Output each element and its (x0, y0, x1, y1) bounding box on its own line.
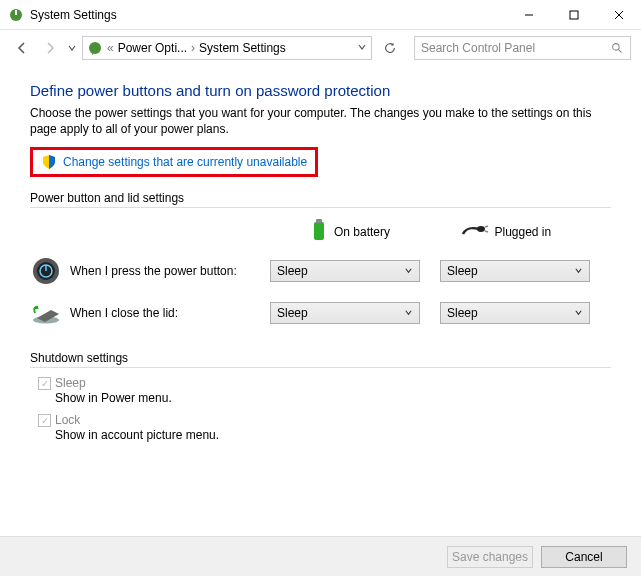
breadcrumb[interactable]: « Power Opti... › System Settings (82, 36, 372, 60)
section-shutdown: Shutdown settings (30, 351, 611, 365)
svg-line-12 (485, 226, 488, 227)
select-value: Sleep (277, 264, 404, 278)
power-button-plugged-select[interactable]: Sleep (440, 260, 590, 282)
forward-button[interactable] (38, 36, 62, 60)
divider (30, 367, 611, 368)
close-lid-plugged-select[interactable]: Sleep (440, 302, 590, 324)
select-value: Sleep (447, 264, 574, 278)
col-on-battery: On battery (310, 218, 461, 245)
svg-rect-9 (314, 222, 324, 240)
laptop-lid-icon (30, 297, 62, 329)
column-headers: On battery Plugged in (30, 218, 611, 245)
svg-point-11 (477, 226, 485, 232)
navbar: « Power Opti... › System Settings Search… (0, 30, 641, 66)
shutdown-sleep-option: Sleep Show in Power menu. (38, 376, 611, 405)
checkbox-sublabel: Show in account picture menu. (55, 428, 219, 442)
lock-checkbox[interactable] (38, 414, 51, 427)
row-close-lid: When I close the lid: Sleep Sleep (30, 297, 611, 329)
cancel-button[interactable]: Cancel (541, 546, 627, 568)
search-placeholder: Search Control Panel (421, 41, 611, 55)
col-plugged-in: Plugged in (461, 218, 612, 245)
minimize-button[interactable] (506, 0, 551, 29)
close-lid-battery-select[interactable]: Sleep (270, 302, 420, 324)
row-label: When I press the power button: (70, 264, 270, 278)
save-button[interactable]: Save changes (447, 546, 533, 568)
row-power-button: When I press the power button: Sleep Sle… (30, 255, 611, 287)
checkbox-label: Sleep (55, 376, 86, 390)
highlight-box: Change settings that are currently unava… (30, 147, 318, 177)
svg-point-6 (89, 42, 101, 54)
content-area: Define power buttons and turn on passwor… (0, 66, 641, 536)
col-label: Plugged in (495, 225, 552, 239)
history-dropdown[interactable] (66, 36, 78, 60)
battery-icon (310, 218, 328, 245)
plug-icon (461, 222, 489, 241)
sleep-checkbox[interactable] (38, 377, 51, 390)
svg-line-13 (485, 231, 488, 232)
breadcrumb-part[interactable]: System Settings (199, 41, 286, 55)
svg-line-8 (618, 49, 621, 52)
svg-point-7 (613, 43, 620, 50)
section-power-lid: Power button and lid settings (30, 191, 611, 205)
search-input[interactable]: Search Control Panel (414, 36, 631, 60)
checkbox-sublabel: Show in Power menu. (55, 391, 172, 405)
breadcrumb-sep-icon: « (107, 41, 114, 55)
app-icon (8, 7, 24, 23)
footer: Save changes Cancel (0, 536, 641, 576)
svg-rect-10 (316, 219, 322, 223)
divider (30, 207, 611, 208)
refresh-button[interactable] (376, 36, 404, 60)
svg-rect-3 (570, 11, 578, 19)
page-title: Define power buttons and turn on passwor… (30, 82, 611, 99)
shield-icon (41, 154, 57, 170)
checkbox-label: Lock (55, 413, 80, 427)
select-value: Sleep (277, 306, 404, 320)
col-label: On battery (334, 225, 390, 239)
breadcrumb-part[interactable]: Power Opti... (118, 41, 187, 55)
svg-rect-1 (15, 10, 17, 15)
row-label: When I close the lid: (70, 306, 270, 320)
select-value: Sleep (447, 306, 574, 320)
chevron-down-icon (574, 264, 583, 278)
back-button[interactable] (10, 36, 34, 60)
maximize-button[interactable] (551, 0, 596, 29)
chevron-down-icon (404, 306, 413, 320)
search-icon (611, 42, 624, 55)
chevron-down-icon[interactable] (357, 41, 367, 55)
page-description: Choose the power settings that you want … (30, 105, 611, 137)
power-options-icon (87, 40, 103, 56)
shutdown-lock-option: Lock Show in account picture menu. (38, 413, 611, 442)
power-button-battery-select[interactable]: Sleep (270, 260, 420, 282)
chevron-down-icon (574, 306, 583, 320)
chevron-down-icon (404, 264, 413, 278)
power-button-icon (30, 255, 62, 287)
change-settings-link[interactable]: Change settings that are currently unava… (63, 155, 307, 169)
titlebar: System Settings (0, 0, 641, 30)
window-title: System Settings (30, 8, 117, 22)
chevron-right-icon: › (191, 41, 195, 55)
close-button[interactable] (596, 0, 641, 29)
